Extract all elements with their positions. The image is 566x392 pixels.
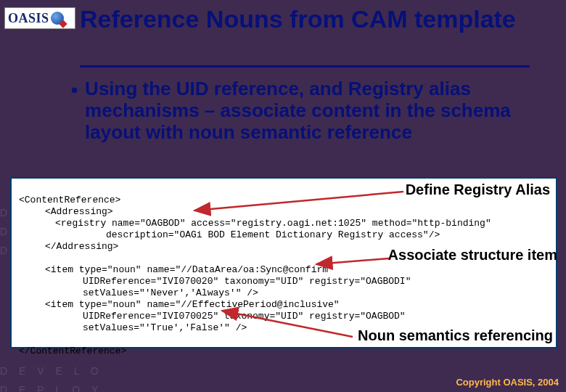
bullet-icon: • — [71, 78, 78, 144]
logo-text: OASIS — [8, 11, 49, 26]
annotation-associate-item: Associate structure item — [388, 247, 557, 264]
footer-copyright: Copyright OASIS, 2004 — [456, 377, 559, 388]
logo-mark-icon — [51, 12, 64, 25]
bullet-point: • Using the UID reference, and Registry … — [71, 78, 551, 144]
annotation-noun-semantics: Noun semantics referencing — [358, 327, 553, 344]
annotation-registry-alias: Define Registry Alias — [406, 181, 550, 198]
oasis-logo: OASIS — [4, 7, 75, 29]
title-underline — [80, 65, 530, 68]
slide-title: Reference Nouns from CAM template — [80, 6, 559, 33]
bullet-text: Using the UID reference, and Registry al… — [85, 78, 551, 144]
code-block: <ContentReference> <Addressing><registry… — [10, 177, 557, 348]
